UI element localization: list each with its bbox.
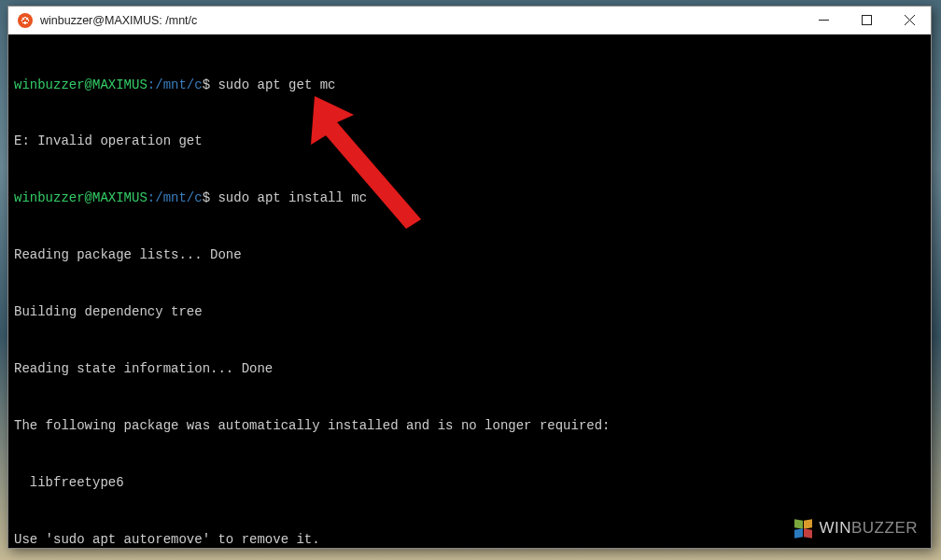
window-titlebar[interactable]: winbuzzer@MAXIMUS: /mnt/c [8,7,931,35]
annotation-arrow-icon [298,91,438,231]
prompt-user: winbuzzer@MAXIMUS [14,190,147,205]
watermark-text: BUZZER [851,517,918,540]
terminal-line: libfreetype6 [14,473,925,492]
close-button[interactable] [888,7,931,35]
terminal-line: Reading package lists... Done [14,245,925,264]
terminal-window: winbuzzer@MAXIMUS: /mnt/c winbuzzer@MAXI… [7,6,932,549]
terminal-line: Building dependency tree [14,302,925,321]
terminal-body[interactable]: winbuzzer@MAXIMUS:/mnt/c$ sudo apt get m… [8,35,931,548]
prompt-user: winbuzzer@MAXIMUS [14,77,147,92]
prompt-dollar: $ [203,77,218,92]
prompt-dollar: $ [203,190,218,205]
terminal-line: Reading state information... Done [14,359,925,378]
prompt-colon: : [147,190,155,205]
watermark-text: WIN [819,517,851,540]
svg-rect-1 [862,16,871,25]
prompt-colon: : [147,77,155,92]
terminal-line: Use 'sudo apt autoremove' to remove it. [14,530,925,548]
watermark: WINBUZZER [794,517,918,540]
minimize-button[interactable] [802,7,845,35]
prompt-path: /mnt/c [155,77,202,92]
window-title: winbuzzer@MAXIMUS: /mnt/c [40,14,197,27]
command-text: sudo apt install mc [218,190,367,205]
terminal-line: E: Invalid operation get [14,132,925,150]
terminal-line: winbuzzer@MAXIMUS:/mnt/c$ sudo apt insta… [14,189,925,207]
terminal-line: winbuzzer@MAXIMUS:/mnt/c$ sudo apt get m… [14,76,925,94]
prompt-path: /mnt/c [155,190,202,205]
ubuntu-icon [18,13,33,28]
terminal-line: The following package was automatically … [14,416,925,435]
winbuzzer-logo-icon [794,520,813,539]
maximize-button[interactable] [845,7,888,35]
command-text: sudo apt get mc [218,77,335,92]
svg-marker-4 [311,96,421,229]
